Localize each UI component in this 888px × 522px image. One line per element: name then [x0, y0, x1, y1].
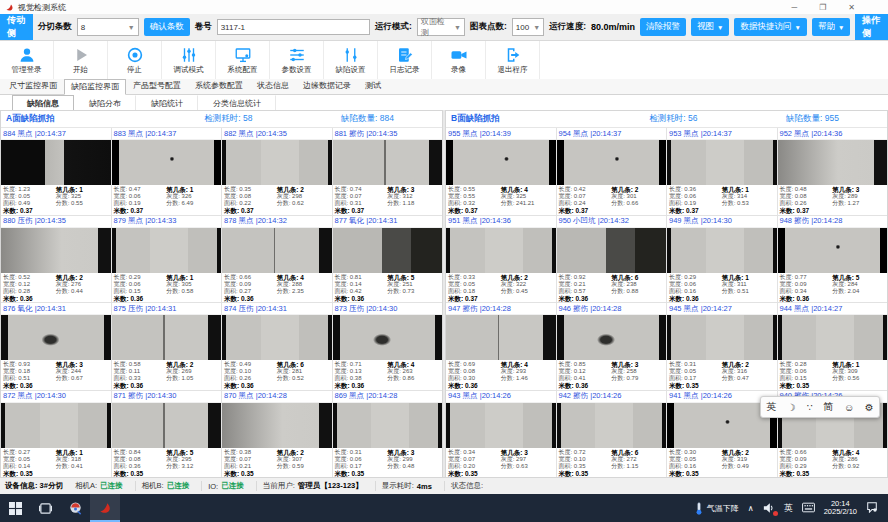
action-button-label: 系统配置 [228, 65, 258, 75]
confirm-count-button[interactable]: 确认条数 [144, 18, 190, 36]
clear-alarm-button[interactable]: 清除报警 [640, 18, 686, 36]
defect-cell[interactable]: 884 黑点 |20:14:37长度: 1.23宽度: 0.05面积: 0.49… [1, 128, 111, 215]
slit-count-select[interactable]: 8 ▼ [77, 18, 139, 36]
defect-cell[interactable]: 871 擦伤 |20:14:30长度: 0.84宽度: 0.08面积: 0.36… [112, 391, 222, 478]
ime-moon-icon[interactable]: ☽ [787, 402, 796, 413]
volume-icon[interactable] [763, 502, 775, 514]
defect-cell[interactable]: 874 压伤 |20:14:31长度: 0.49宽度: 0.10面积: 0.26… [222, 303, 332, 390]
defect-cell[interactable]: 946 擦伤 |20:14:28长度: 0.85宽度: 0.12面积: 0.41… [557, 303, 667, 390]
ime-emoji-icon[interactable]: ☺ [844, 402, 854, 413]
defect-info-left: 长度: 0.30宽度: 0.05面积: 0.16米数: 0.35 [669, 449, 722, 477]
defect-cell[interactable]: 877 氧化 |20:14:31长度: 0.81宽度: 0.14面积: 0.42… [333, 216, 443, 303]
ime-lang-indicator[interactable]: 英 [766, 400, 776, 414]
defect-cell[interactable]: 943 黑点 |20:14:26长度: 0.34宽度: 0.07面积: 0.20… [446, 391, 556, 478]
weather-widget[interactable]: 气温下降 [694, 502, 739, 515]
defect-cell[interactable]: 876 氧化 |20:14:31长度: 0.93宽度: 0.18面积: 0.51… [1, 303, 111, 390]
defect-cell[interactable]: 944 黑点 |20:14:27长度: 0.28宽度: 0.06面积: 0.15… [778, 303, 888, 390]
defect-width: 宽度: 0.12 [559, 368, 612, 375]
main-tab-6[interactable]: 测试 [358, 78, 388, 94]
defect-cell[interactable]: 945 黑点 |20:14:27长度: 0.31宽度: 0.05面积: 0.17… [667, 303, 777, 390]
chart-points-select[interactable]: 100 ▼ [512, 18, 544, 36]
defect-cell[interactable]: 872 黑点 |20:14:30长度: 0.27宽度: 0.05面积: 0.14… [1, 391, 111, 478]
defect-cell[interactable]: 870 黑点 |20:14:28长度: 0.38宽度: 0.07面积: 0.21… [222, 391, 332, 478]
defect-cell[interactable]: 878 黑点 |20:14:32长度: 0.66宽度: 0.09面积: 0.27… [222, 216, 332, 303]
main-tab-0[interactable]: 尺寸监控界面 [2, 78, 64, 94]
defect-cell-info: 长度: 0.71宽度: 0.13面积: 0.38米数: 0.36第几条: 4灰度… [333, 360, 443, 390]
action-button-label: 参数设置 [282, 65, 312, 75]
defect-cell[interactable]: 882 黑点 |20:14:35长度: 0.35宽度: 0.08面积: 0.22… [222, 128, 332, 215]
defect-strip-no: 第几条: 3 [56, 361, 109, 368]
defect-cell[interactable]: 880 压伤 |20:14:35长度: 0.52宽度: 0.12面积: 0.28… [1, 216, 111, 303]
defect-width: 宽度: 0.10 [559, 456, 612, 463]
defect-cell[interactable]: 869 黑点 |20:14:28长度: 0.31宽度: 0.06面积: 0.17… [333, 391, 443, 478]
data-quick-access-button[interactable]: 数据快捷访问▼ [734, 18, 806, 36]
defect-cell-header: 943 黑点 |20:14:26 [446, 391, 556, 403]
minimize-icon[interactable]: ─ [791, 3, 797, 12]
action-play-button[interactable]: 开始 [54, 41, 108, 79]
defect-cell[interactable]: 879 黑点 |20:14:33长度: 0.29宽度: 0.06面积: 0.15… [112, 216, 222, 303]
action-monitor-button[interactable]: 系统配置 [216, 41, 270, 79]
taskbar-app-remote[interactable] [60, 494, 90, 522]
defect-cell[interactable]: 883 黑点 |20:14:37长度: 0.47宽度: 0.06面积: 0.19… [112, 128, 222, 215]
defect-length: 长度: 0.30 [669, 449, 722, 456]
defect-cell[interactable]: 875 压伤 |20:14:31长度: 0.58宽度: 0.11面积: 0.33… [112, 303, 222, 390]
defect-cell[interactable]: 951 黑点 |20:14:36长度: 0.33宽度: 0.05面积: 0.18… [446, 216, 556, 303]
task-view-button[interactable] [30, 494, 60, 522]
taskbar-clock[interactable]: 20:14 2025/2/10 [824, 500, 857, 517]
main-tab-4[interactable]: 状态信息 [250, 78, 296, 94]
action-sliders-v-button[interactable]: 缺陷设置 [324, 41, 378, 79]
main-tab-3[interactable]: 系统参数配置 [188, 78, 250, 94]
help-menu-button[interactable]: 帮助▼ [812, 18, 850, 36]
action-button-label: 开始 [73, 65, 88, 75]
defect-cell-header: 877 氧化 |20:14:31 [333, 216, 443, 228]
view-menu-button[interactable]: 视图▼ [691, 18, 729, 36]
defect-cell[interactable]: 950 小凹坑 |20:14:32长度: 0.92宽度: 0.21面积: 0.5… [557, 216, 667, 303]
roll-number-input[interactable] [217, 19, 370, 35]
action-stop-button[interactable]: 停止 [108, 41, 162, 79]
action-center-icon[interactable] [866, 501, 878, 515]
action-sliders-h-button[interactable]: 参数设置 [270, 41, 324, 79]
defect-score: 分数: 0.41 [56, 463, 109, 470]
action-exit-button[interactable]: 退出程序 [486, 41, 540, 79]
defect-area: 面积: 0.14 [3, 463, 56, 470]
close-icon[interactable]: ✕ [848, 3, 855, 12]
defect-strip-no: 第几条: 3 [832, 186, 885, 193]
operator-side-button[interactable]: 操作侧 [855, 14, 888, 40]
touch-keyboard-icon[interactable] [802, 502, 815, 515]
user-icon [18, 45, 36, 64]
defect-cell[interactable]: 949 黑点 |20:14:30长度: 0.29宽度: 0.06面积: 0.16… [667, 216, 777, 303]
ime-settings-icon[interactable]: ⚙ [865, 402, 874, 413]
status-bar: 设备信息: 3#分切 相机A:已连接相机B:已连接IO:已连接当前用户:管理员【… [0, 477, 888, 494]
defect-cell[interactable]: 954 黑点 |20:14:37长度: 0.42宽度: 0.07面积: 0.24… [557, 128, 667, 215]
defect-cell[interactable]: 953 黑点 |20:14:37长度: 0.36宽度: 0.06面积: 0.19… [667, 128, 777, 215]
defect-cell[interactable]: 948 擦伤 |20:14:28长度: 0.77宽度: 0.09面积: 0.34… [778, 216, 888, 303]
defect-cell[interactable]: 942 擦伤 |20:14:26长度: 0.72宽度: 0.10面积: 0.35… [557, 391, 667, 478]
tray-expand-icon[interactable]: ∧ [748, 504, 754, 513]
main-tab-5[interactable]: 边缘数据记录 [296, 78, 358, 94]
defect-cell[interactable]: 881 擦伤 |20:14:35长度: 0.74宽度: 0.07面积: 0.31… [333, 128, 443, 215]
ime-more-icon[interactable]: ∵ [806, 402, 812, 413]
main-tab-1[interactable]: 缺陷监控界面 [64, 79, 126, 95]
defect-length: 长度: 0.71 [335, 361, 388, 368]
start-button[interactable] [0, 494, 30, 522]
ime-language-indicator[interactable]: 英 [784, 502, 793, 515]
defect-gray: 灰度: 244 [56, 368, 109, 375]
action-log-button[interactable]: 日志记录 [378, 41, 432, 79]
run-mode-select[interactable]: 双面检测 ▼ [417, 18, 465, 36]
defect-cell-info: 长度: 0.77宽度: 0.09面积: 0.34米数: 0.36第几条: 5灰度… [778, 273, 888, 303]
ime-simplified-indicator[interactable]: 简 [823, 400, 833, 414]
defect-cell[interactable]: 873 压伤 |20:14:30长度: 0.71宽度: 0.13面积: 0.38… [333, 303, 443, 390]
main-tab-2[interactable]: 产品型号配置 [126, 78, 188, 94]
defect-strip-no: 第几条: 1 [166, 186, 219, 193]
defect-image [112, 315, 222, 360]
drive-side-button[interactable]: 传动侧 [0, 14, 33, 40]
defect-cell[interactable]: 955 黑点 |20:14:39长度: 0.55宽度: 0.55面积: 0.32… [446, 128, 556, 215]
defect-length: 长度: 0.27 [3, 449, 56, 456]
defect-cell[interactable]: 952 黑点 |20:14:36长度: 0.48宽度: 0.08面积: 0.26… [778, 128, 888, 215]
action-camera-button[interactable]: 录像 [432, 41, 486, 79]
defect-cell[interactable]: 947 擦伤 |20:14:28长度: 0.69宽度: 0.08面积: 0.30… [446, 303, 556, 390]
taskbar-app-inspection[interactable] [90, 494, 120, 522]
maximize-icon[interactable]: ❐ [819, 3, 826, 12]
action-user-button[interactable]: 管理登录 [0, 41, 54, 79]
action-tune-button[interactable]: 调试模式 [162, 41, 216, 79]
